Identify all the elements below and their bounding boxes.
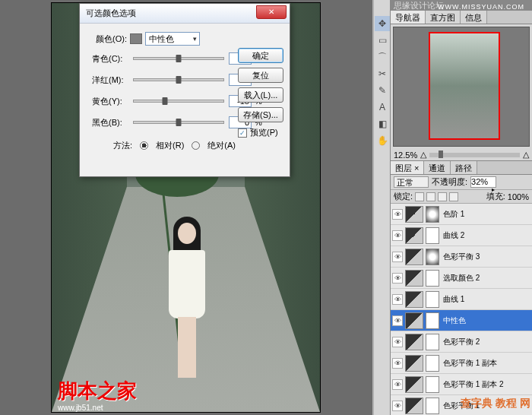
hand-tool-icon[interactable]: ✋ [375,133,390,148]
selective-color-dialog: 可选颜色选项 ✕ 颜色(O): 中性色 青色(C): % 洋红(M): % 黄色… [79,3,290,177]
ok-button[interactable]: 确定 [238,48,283,63]
panels-area: 思缘设计论坛 WWW.MISSYUAN.COM 导航器 直方图 信息 12.5%… [391,0,532,415]
fill-input[interactable]: 100% [508,192,529,201]
tab-navigator[interactable]: 导航器 [391,11,426,24]
cyan-label: 青色(C): [92,53,133,65]
visibility-icon[interactable]: 👁 [392,379,403,390]
save-button[interactable]: 存储(S)... [238,107,283,122]
layer-thumb [405,270,423,287]
reset-button[interactable]: 复位 [238,68,283,83]
mask-thumb [426,376,439,393]
mask-thumb [426,334,439,350]
layer-row[interactable]: 👁中性色 [391,310,532,331]
lock-all-icon[interactable] [449,192,458,201]
layer-thumb [405,398,423,414]
tool-palette: ✥ ▭ ⌒ ✂ ✎ A ◧ ✋ [374,0,391,415]
visibility-icon[interactable]: 👁 [392,230,403,241]
visibility-icon[interactable]: 👁 [392,273,403,284]
color-dropdown[interactable]: 中性色 [145,32,200,46]
layer-name: 选取颜色 2 [442,273,532,284]
dialog-titlebar[interactable]: 可选颜色选项 ✕ [80,4,290,24]
text-tool-icon[interactable]: A [375,100,390,115]
layer-name: 色彩平衡 1 副本 2 [442,379,532,390]
tab-histogram[interactable]: 直方图 [426,11,461,24]
dialog-title-text: 可选颜色选项 [86,8,136,19]
color-swatch [130,33,142,44]
marquee-tool-icon[interactable]: ▭ [375,33,390,48]
mask-thumb [426,270,439,287]
zoom-value[interactable]: 12.5% [394,150,417,160]
visibility-icon[interactable]: 👁 [392,358,403,369]
mask-thumb [426,291,439,308]
lock-trans-icon[interactable] [415,192,424,201]
layer-row[interactable]: 👁色彩平衡 2 [391,331,532,353]
yellow-label: 黄色(Y): [92,96,133,107]
layer-row[interactable]: 👁色阶 1 [391,204,532,225]
tab-info[interactable]: 信息 [461,11,487,24]
site-label: 思缘设计论坛 [394,0,444,11]
layer-name: 曲线 2 [442,230,532,241]
layers-list: 👁色阶 1👁曲线 2👁色彩平衡 3👁选取颜色 2👁曲线 1👁中性色👁色彩平衡 2… [391,204,532,415]
layer-thumb [405,206,423,223]
visibility-icon[interactable]: 👁 [392,252,403,262]
radio-absolute[interactable] [192,141,200,150]
layer-thumb [405,376,423,393]
mask-thumb [426,227,439,244]
visibility-icon[interactable]: 👁 [392,294,403,305]
watermark-zd: 查字典 教程 网 [461,397,530,410]
crop-tool-icon[interactable]: ✂ [375,66,390,81]
layer-thumb [405,249,423,265]
layer-thumb [405,334,423,350]
layer-row[interactable]: 👁色彩平衡 1 副本 2 [391,374,532,395]
tab-paths[interactable]: 路径 [451,161,477,174]
navigator-panel[interactable] [393,27,530,147]
close-icon[interactable]: ✕ [256,5,287,19]
watermark-jb: 脚本之家 [58,378,137,404]
radio-relative[interactable] [140,141,148,150]
yellow-slider[interactable] [133,100,224,103]
zoom-slider[interactable] [429,153,520,157]
lock-pixels-icon[interactable] [426,192,435,201]
black-slider[interactable] [133,121,224,124]
layer-name: 色彩平衡 1 副本 [442,358,532,369]
site-url: WWW.MISSYUAN.COM [438,3,524,11]
visibility-icon[interactable]: 👁 [392,315,403,326]
magenta-slider[interactable] [133,78,224,81]
layer-row[interactable]: 👁色彩平衡 1 副本 [391,353,532,374]
tab-layers[interactable]: 图层 × [391,161,424,174]
layer-thumb [405,227,423,244]
img-figure [164,189,210,383]
color-label: 颜色(O): [86,33,130,45]
cyan-slider[interactable] [133,57,224,60]
shape-tool-icon[interactable]: ◧ [375,116,390,131]
visibility-icon[interactable]: 👁 [392,209,403,220]
layer-row[interactable]: 👁曲线 2 [391,225,532,246]
layer-row[interactable]: 👁色彩平衡 3 [391,246,532,268]
zoom-out-icon[interactable]: △ [420,150,426,160]
layer-name: 色彩平衡 2 [442,337,532,347]
brush-tool-icon[interactable]: ✎ [375,83,390,98]
visibility-icon[interactable]: 👁 [392,401,403,411]
blend-mode-dropdown[interactable]: 正常 [394,176,429,188]
mask-thumb [426,312,439,329]
layer-name: 曲线 1 [442,294,532,305]
layer-row[interactable]: 👁选取颜色 2 [391,268,532,289]
tab-channels[interactable]: 通道 [424,161,451,174]
move-tool-icon[interactable]: ✥ [375,16,390,31]
preview-checkbox[interactable]: ✓ [238,128,247,138]
mask-thumb [426,398,439,414]
mask-thumb [426,249,439,265]
opacity-input[interactable]: 32% [470,176,496,188]
layer-row[interactable]: 👁曲线 1 [391,289,532,310]
zoom-in-icon[interactable]: △ [523,150,529,160]
layer-name: 色彩平衡 3 [442,252,532,262]
lasso-tool-icon[interactable]: ⌒ [375,49,390,65]
navigator-proxy[interactable] [429,32,500,140]
layer-thumb [405,355,423,372]
visibility-icon[interactable]: 👁 [392,337,403,347]
layer-thumb [405,312,423,329]
lock-pos-icon[interactable] [438,192,447,201]
layer-thumb [405,291,423,308]
layer-name: 色阶 1 [442,209,532,220]
load-button[interactable]: 载入(L)... [238,87,283,103]
